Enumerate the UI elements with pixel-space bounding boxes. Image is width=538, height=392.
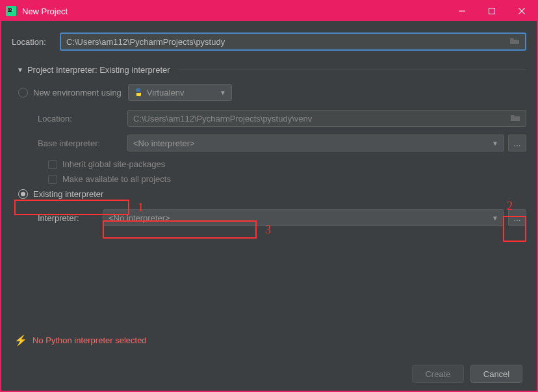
- svg-text:PC: PC: [8, 8, 13, 12]
- python-icon: [134, 88, 143, 97]
- bolt-icon: ⚡: [14, 334, 27, 346]
- inherit-label: Inherit global site-packages: [62, 159, 165, 169]
- env-tool-combo[interactable]: Virtualenv ▼: [128, 84, 232, 101]
- radio-existing[interactable]: [18, 189, 28, 199]
- base-interpreter-combo[interactable]: <No interpreter> ▼: [127, 135, 504, 151]
- interpreter-browse-button[interactable]: ...: [508, 209, 526, 226]
- chevron-down-icon: ▼: [492, 215, 498, 222]
- warning-bar: ⚡ No Python interpreter selected: [12, 324, 526, 357]
- radio-new-env[interactable]: [18, 88, 28, 98]
- caret-down-icon: ▼: [17, 66, 23, 73]
- maximize-button[interactable]: [477, 1, 507, 21]
- close-button[interactable]: [507, 1, 537, 21]
- titlebar: PC New Project: [1, 1, 537, 21]
- location-input[interactable]: C:\Users\am112\PycharmProjects\pystudy: [60, 33, 526, 51]
- inherit-checkbox[interactable]: [48, 160, 57, 169]
- base-browse-button[interactable]: ...: [508, 135, 526, 151]
- interpreter-section-header[interactable]: ▼ Project Interpreter: Existing interpre…: [17, 65, 526, 75]
- app-icon: PC: [5, 5, 17, 17]
- make-available-checkbox[interactable]: [48, 175, 57, 184]
- folder-icon[interactable]: [509, 36, 520, 47]
- new-env-label: New environment using: [33, 88, 122, 98]
- make-available-label: Make available to all projects: [62, 174, 171, 184]
- cancel-button[interactable]: Cancel: [470, 365, 522, 383]
- window-title: New Project: [22, 7, 447, 16]
- env-location-label: Location:: [38, 114, 127, 124]
- create-button[interactable]: Create: [412, 365, 464, 383]
- folder-icon[interactable]: [510, 113, 520, 124]
- warning-text: No Python interpreter selected: [32, 335, 147, 345]
- svg-rect-4: [489, 8, 495, 14]
- chevron-down-icon: ▼: [492, 140, 498, 147]
- location-label: Location:: [12, 37, 60, 47]
- env-location-input[interactable]: C:\Users\am112\PycharmProjects\pystudy\v…: [127, 110, 526, 127]
- existing-label: Existing interpreter: [33, 189, 103, 199]
- base-interpreter-label: Base interpreter:: [38, 138, 127, 148]
- chevron-down-icon: ▼: [220, 89, 226, 96]
- minimize-button[interactable]: [447, 1, 477, 21]
- interpreter-label: Interpreter:: [38, 213, 103, 223]
- interpreter-combo[interactable]: <No interpreter> ▼: [103, 209, 504, 226]
